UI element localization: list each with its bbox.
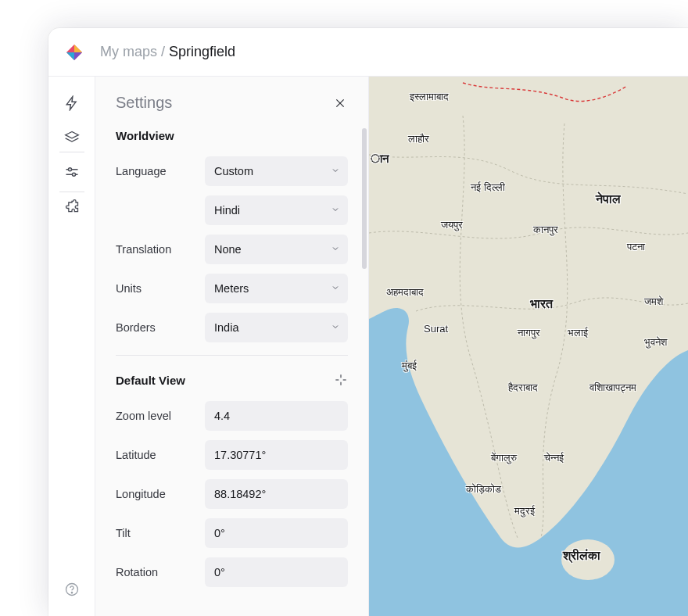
field-translation: Translation None <box>116 235 348 264</box>
language-value: Custom <box>214 165 253 177</box>
chevron-down-icon <box>331 243 340 256</box>
nav-plugins[interactable] <box>56 191 88 222</box>
header: My maps / Springfield <box>48 28 688 77</box>
crosshair-icon <box>335 374 347 386</box>
body: Settings Worldview Language Custom Hindi <box>48 77 688 616</box>
help-icon <box>64 582 80 597</box>
zoom-input[interactable]: 4.4 <box>205 401 348 431</box>
longitude-label: Longitude <box>116 488 199 500</box>
nav-layers[interactable] <box>56 122 88 153</box>
tilt-input[interactable]: 0° <box>205 518 348 548</box>
svg-point-5 <box>68 168 71 171</box>
section-defaultview-heading-row: Default View <box>116 373 348 387</box>
translation-select[interactable]: None <box>205 235 348 264</box>
field-units: Units Meters <box>116 274 348 303</box>
field-language-sub: Hindi <box>116 195 348 225</box>
language-sub-select[interactable]: Hindi <box>205 195 348 225</box>
language-sub-value: Hindi <box>214 204 240 217</box>
app-frame: My maps / Springfield Setti <box>48 28 688 616</box>
map-canvas[interactable]: इस्लामाबादलाहौराननई दिल्लीनेपालजयपुरकानप… <box>369 77 688 616</box>
tilt-label: Tilt <box>116 527 199 539</box>
nav-bolt[interactable] <box>56 88 88 119</box>
svg-point-7 <box>72 173 75 176</box>
chevron-down-icon <box>331 321 340 334</box>
field-rotation: Rotation 0° <box>116 557 348 587</box>
translation-value: None <box>214 243 242 256</box>
breadcrumb-root[interactable]: My maps <box>100 44 157 59</box>
nav-help[interactable] <box>56 574 88 605</box>
svg-point-9 <box>71 593 72 593</box>
rotation-input[interactable]: 0° <box>205 557 348 587</box>
translation-label: Translation <box>116 243 199 256</box>
breadcrumb-sep: / <box>157 44 169 59</box>
field-latitude: Latitude 17.30771° <box>116 440 348 470</box>
longitude-input[interactable]: 88.18492° <box>205 479 348 509</box>
language-label: Language <box>116 165 199 177</box>
bolt-icon <box>64 95 80 111</box>
chevron-down-icon <box>331 204 340 217</box>
borders-label: Borders <box>116 321 199 334</box>
latitude-label: Latitude <box>116 449 199 461</box>
landmass <box>369 77 688 616</box>
puzzle-icon <box>64 199 80 214</box>
rotation-label: Rotation <box>116 566 199 578</box>
breadcrumb-current: Springfield <box>169 44 235 59</box>
nav-settings[interactable] <box>56 156 88 188</box>
section-defaultview-heading: Default View <box>116 374 185 387</box>
borders-value: India <box>214 321 238 334</box>
svg-marker-1 <box>74 45 82 52</box>
language-select[interactable]: Custom <box>205 156 348 186</box>
borders-select[interactable]: India <box>205 313 348 342</box>
layers-icon <box>64 130 80 145</box>
divider <box>116 355 348 356</box>
field-language: Language Custom <box>116 156 348 186</box>
app-logo <box>64 42 84 63</box>
units-select[interactable]: Meters <box>205 274 348 303</box>
close-icon <box>334 97 346 109</box>
field-longitude: Longitude 88.18492° <box>116 479 348 509</box>
sliders-icon <box>64 164 80 180</box>
field-borders: Borders India <box>116 313 348 342</box>
chevron-down-icon <box>331 165 340 177</box>
settings-panel: Settings Worldview Language Custom Hindi <box>95 77 369 616</box>
panel-scrollbar[interactable] <box>362 128 367 269</box>
svg-marker-2 <box>66 52 74 60</box>
zoom-label: Zoom level <box>116 410 199 422</box>
field-tilt: Tilt 0° <box>116 518 348 548</box>
svg-point-14 <box>561 539 615 580</box>
section-worldview-heading: Worldview <box>116 129 348 142</box>
units-label: Units <box>116 282 199 295</box>
recenter-button[interactable] <box>334 373 348 387</box>
units-value: Meters <box>214 282 249 295</box>
field-zoom: Zoom level 4.4 <box>116 401 348 431</box>
breadcrumb[interactable]: My maps / Springfield <box>100 44 235 60</box>
chevron-down-icon <box>331 282 340 295</box>
svg-marker-3 <box>74 52 82 60</box>
latitude-input[interactable]: 17.30771° <box>205 440 348 470</box>
panel-title: Settings <box>116 94 172 112</box>
close-panel-button[interactable] <box>332 95 348 111</box>
vertical-nav <box>48 77 95 616</box>
